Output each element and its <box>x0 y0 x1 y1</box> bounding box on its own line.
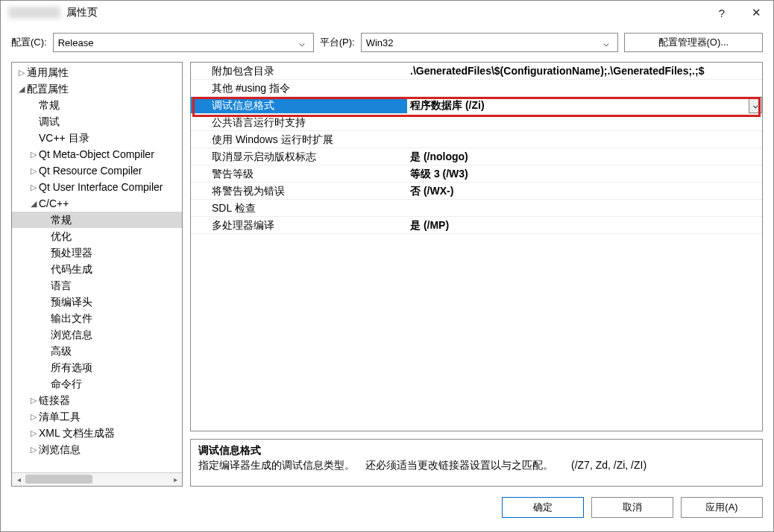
tree-item-label: XML 文档生成器 <box>39 425 115 441</box>
tree-twisty-icon[interactable]: ▷ <box>28 162 39 179</box>
tree-item[interactable]: 常规 <box>12 97 182 113</box>
property-value[interactable]: 程序数据库 (/Zi)⌵ <box>407 97 762 113</box>
description-title: 调试信息格式 <box>198 444 755 457</box>
config-value: Release <box>58 37 94 48</box>
tree-item[interactable]: ▷Qt Meta-Object Compiler <box>12 146 182 162</box>
tree-item-label: 调试 <box>39 113 60 130</box>
tree-item-label: 代码生成 <box>51 261 92 277</box>
property-name: 调试信息格式 <box>191 97 407 113</box>
tree-item[interactable]: ▷链接器 <box>12 392 182 408</box>
tree-item[interactable]: 代码生成 <box>12 261 182 277</box>
tree-item[interactable]: ◢配置属性 <box>12 80 182 97</box>
config-manager-button[interactable]: 配置管理器(O)... <box>624 33 763 52</box>
tree-item[interactable]: 预处理器 <box>12 244 182 261</box>
config-select[interactable]: Release ⌵ <box>53 33 314 52</box>
property-name: SDL 检查 <box>191 200 407 216</box>
tree-item[interactable]: VC++ 目录 <box>12 130 182 146</box>
property-row[interactable]: 警告等级等级 3 (/W3) <box>191 165 762 183</box>
tree-item-label: 所有选项 <box>51 359 92 376</box>
tree-item-label: VC++ 目录 <box>39 130 89 146</box>
property-value[interactable] <box>407 200 762 216</box>
platform-select[interactable]: Win32 ⌵ <box>361 33 618 52</box>
tree-item[interactable]: ▷Qt User Interface Compiler <box>12 179 182 195</box>
config-label: 配置(C): <box>11 36 47 49</box>
property-value[interactable]: 否 (/WX-) <box>407 183 762 199</box>
tree-item[interactable]: 高级 <box>12 343 182 359</box>
close-button[interactable]: ✕ <box>739 1 773 25</box>
tree-item[interactable]: ▷通用属性 <box>12 64 182 80</box>
tree-item[interactable]: 常规 <box>12 212 182 228</box>
description-body: 指定编译器生成的调试信息类型。 还必须适当更改链接器设置以与之匹配。 <box>198 459 553 472</box>
tree-twisty-icon[interactable]: ▷ <box>28 179 39 195</box>
scroll-right-icon[interactable]: ▸ <box>169 473 182 486</box>
property-value[interactable] <box>407 80 762 96</box>
cancel-button[interactable]: 取消 <box>591 497 673 518</box>
ok-button[interactable]: 确定 <box>502 497 584 518</box>
property-value[interactable]: 是 (/nologo) <box>407 148 762 165</box>
dialog-footer: 确定 取消 应用(A) <box>1 487 773 518</box>
property-row[interactable]: 调试信息格式程序数据库 (/Zi)⌵ <box>191 97 762 114</box>
tree-item[interactable]: ▷XML 文档生成器 <box>12 425 182 441</box>
content-panel: 附加包含目录.\GeneratedFiles\$(ConfigurationNa… <box>190 62 763 487</box>
tree-item-label: 清单工具 <box>39 408 81 425</box>
property-value[interactable] <box>407 131 762 148</box>
property-value[interactable]: 是 (/MP) <box>407 217 762 233</box>
config-tree[interactable]: ▷通用属性◢配置属性常规调试VC++ 目录▷Qt Meta-Object Com… <box>12 63 182 472</box>
property-row[interactable]: 多处理器编译是 (/MP) <box>191 217 762 234</box>
tree-item-label: 浏览信息 <box>51 326 92 343</box>
tree-twisty-icon[interactable]: ◢ <box>16 80 27 97</box>
tree-item-label: 优化 <box>51 228 72 244</box>
tree-twisty-icon[interactable]: ▷ <box>28 441 39 457</box>
property-value[interactable]: .\GeneratedFiles\$(ConfigurationName);.\… <box>407 63 762 79</box>
tree-item-label: C/C++ <box>39 195 69 212</box>
property-row[interactable]: SDL 检查 <box>191 200 762 217</box>
tree-hscrollbar[interactable]: ◂ ▸ <box>12 472 182 486</box>
tree-item[interactable]: 浏览信息 <box>12 326 182 343</box>
tree-twisty-icon[interactable]: ▷ <box>28 425 39 441</box>
description-box: 调试信息格式 指定编译器生成的调试信息类型。 还必须适当更改链接器设置以与之匹配… <box>190 439 763 487</box>
apply-button[interactable]: 应用(A) <box>681 497 763 518</box>
tree-item[interactable]: ▷浏览信息 <box>12 441 182 457</box>
tree-item[interactable]: ▷Qt Resource Compiler <box>12 162 182 179</box>
property-name: 附加包含目录 <box>191 63 407 79</box>
tree-item[interactable]: ▷清单工具 <box>12 408 182 425</box>
tree-twisty-icon[interactable]: ▷ <box>28 146 39 162</box>
property-row[interactable]: 取消显示启动版权标志是 (/nologo) <box>191 148 762 165</box>
property-row[interactable]: 附加包含目录.\GeneratedFiles\$(ConfigurationNa… <box>191 63 762 80</box>
tree-item[interactable]: 所有选项 <box>12 359 182 376</box>
property-value[interactable]: 等级 3 (/W3) <box>407 165 762 182</box>
tree-item[interactable]: 优化 <box>12 228 182 244</box>
main-split: ▷通用属性◢配置属性常规调试VC++ 目录▷Qt Meta-Object Com… <box>1 62 773 487</box>
property-grid[interactable]: 附加包含目录.\GeneratedFiles\$(ConfigurationNa… <box>190 62 763 431</box>
scroll-thumb[interactable] <box>25 475 92 484</box>
tree-twisty-icon[interactable]: ▷ <box>16 64 27 80</box>
scroll-track[interactable] <box>25 473 169 486</box>
tree-item[interactable]: 预编译头 <box>12 294 182 310</box>
tree-item[interactable]: ◢C/C++ <box>12 195 182 212</box>
tree-item-label: 通用属性 <box>27 64 69 80</box>
property-name: 警告等级 <box>191 165 407 182</box>
tree-item-label: 高级 <box>51 343 72 359</box>
property-name: 公共语言运行时支持 <box>191 114 407 130</box>
tree-item-label: Qt User Interface Compiler <box>39 179 163 195</box>
property-row[interactable]: 使用 Windows 运行时扩展 <box>191 131 762 148</box>
tree-item[interactable]: 命令行 <box>12 376 182 392</box>
tree-item[interactable]: 调试 <box>12 113 182 130</box>
property-row[interactable]: 将警告视为错误否 (/WX-) <box>191 183 762 200</box>
tree-item[interactable]: 语言 <box>12 277 182 294</box>
scroll-left-icon[interactable]: ◂ <box>12 473 25 486</box>
tree-twisty-icon[interactable]: ▷ <box>28 408 39 425</box>
tree-item[interactable]: 输出文件 <box>12 310 182 326</box>
tree-twisty-icon[interactable]: ▷ <box>28 392 39 408</box>
tree-twisty-icon[interactable]: ◢ <box>28 195 39 212</box>
help-button[interactable]: ? <box>705 1 739 25</box>
platform-label: 平台(P): <box>320 36 355 49</box>
tree-item-label: Qt Resource Compiler <box>39 162 142 179</box>
tree-item-label: 配置属性 <box>27 80 69 97</box>
app-name-blur <box>8 7 60 19</box>
dropdown-icon[interactable]: ⌵ <box>749 97 762 113</box>
config-toolbar: 配置(C): Release ⌵ 平台(P): Win32 ⌵ 配置管理器(O)… <box>1 25 773 62</box>
property-row[interactable]: 公共语言运行时支持 <box>191 114 762 131</box>
property-value[interactable] <box>407 114 762 130</box>
property-row[interactable]: 其他 #using 指令 <box>191 80 762 97</box>
